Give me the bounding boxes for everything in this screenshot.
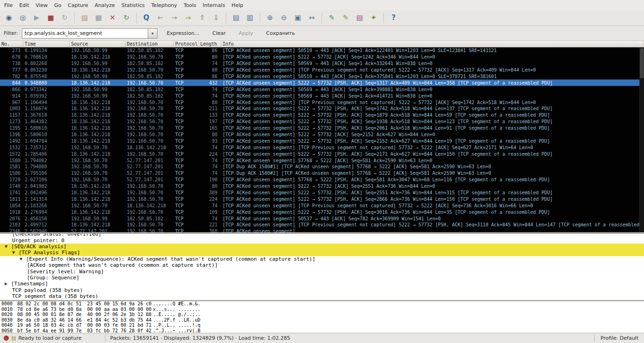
hex-row[interactable]: 0050bf 5e bf 4a ee 91 99 7e 03 fc bb 72 … (1, 328, 644, 333)
hex-row[interactable]: 001078 cd 8e a6 73 be d0 8a 00 00 aa aa … (1, 307, 644, 312)
detail-row[interactable]: ▼[SEQ/ACK analysis] (0, 244, 644, 250)
find-packet-button[interactable]: Q (140, 12, 152, 24)
filter-input[interactable] (22, 28, 148, 39)
reload-file-button[interactable]: ↻ (120, 12, 132, 24)
detail-row[interactable]: Urgent pointer: 0 (0, 237, 644, 243)
goto-last-button[interactable]: ⇓ (210, 12, 222, 24)
packet-row[interactable]: 9671.10649418.136.142.218192.168.50.70TC… (0, 99, 644, 106)
filter-clear-button[interactable]: Clear (207, 28, 231, 39)
packet-row[interactable]: 2730.199134192.168.50.99182.50.85.102TCP… (0, 47, 644, 54)
capture-comments-icon[interactable]: ▨ (11, 336, 16, 341)
packet-row[interactable]: 17402.04198218.136.142.218192.168.50.70T… (0, 183, 644, 190)
help-button[interactable]: ? (388, 12, 400, 24)
scrollbar-thumb[interactable] (640, 48, 644, 78)
menu-go[interactable]: Go (51, 1, 65, 10)
zoom-normal-button[interactable]: ▣ (292, 12, 304, 24)
packet-row[interactable]: 17202.027106192.168.50.7052.77.147.201TC… (0, 177, 644, 183)
close-file-button[interactable]: ✕ (106, 12, 118, 24)
list-interfaces-button[interactable]: ◉ (3, 12, 15, 24)
packet-row[interactable]: 6780.70861018.136.142.218192.168.50.70TC… (0, 54, 644, 60)
capture-filters-button[interactable]: ✎ (326, 12, 338, 24)
column-header-destination[interactable]: Destination (125, 41, 174, 47)
detail-row[interactable]: ▶[Timestamps] (0, 281, 644, 287)
packet-row[interactable]: 19182.27699418.136.142.218192.168.50.70T… (0, 209, 644, 215)
menu-capture[interactable]: Capture (65, 1, 92, 10)
packet-row[interactable]: 18542.183266192.168.50.7018.136.142.218T… (0, 202, 644, 209)
expander-right-icon[interactable]: ▶ (5, 282, 11, 286)
menu-telephony[interactable]: Telephony (148, 1, 181, 10)
detail-row[interactable]: [Checksum Status: Unverified] (0, 234, 644, 237)
packet-row[interactable]: 7770.86323018.136.142.218192.168.50.70TC… (0, 67, 644, 73)
packet-row[interactable]: 13951.58061018.136.142.218192.168.50.70T… (0, 125, 644, 132)
packet-row[interactable]: 11571.36761818.136.142.218192.168.50.70T… (0, 112, 644, 119)
restart-capture-button[interactable]: ↻ (59, 12, 71, 24)
packet-row[interactable]: 15721.78540618.136.142.218192.168.50.70T… (0, 151, 644, 157)
packet-row[interactable]: 17412.04249618.136.142.218192.168.50.70T… (0, 190, 644, 196)
packet-row[interactable]: 8440.94880018.136.142.218192.168.50.70TC… (0, 79, 644, 86)
go-forward-button[interactable]: → (168, 12, 180, 24)
colorize-packet-list-button[interactable]: ▤ (230, 12, 242, 24)
resize-columns-button[interactable]: ↔ (306, 12, 318, 24)
packet-row[interactable]: 21032.49971218.136.142.218192.168.50.70T… (0, 222, 644, 228)
filter-apply-button[interactable]: Apply (233, 28, 259, 39)
packet-row[interactable]: 15811.794080192.168.50.7052.77.147.201TC… (0, 164, 644, 170)
preferences-button[interactable]: ✦ (368, 12, 380, 24)
packet-row[interactable]: 15321.735712192.168.50.7018.136.142.218T… (0, 144, 644, 151)
packet-row[interactable]: 15861.795106192.168.50.7052.77.147.201TC… (0, 170, 644, 177)
hex-row[interactable]: 004019 a6 50 18 03 4c cb d7 00 00 03 fe … (1, 323, 644, 328)
column-header-no[interactable]: No. (0, 41, 23, 47)
capture-options-button[interactable]: ◎ (17, 12, 29, 24)
open-file-button[interactable]: ▤ (79, 12, 91, 24)
detail-row[interactable]: [Severity level: Warning] (0, 268, 644, 274)
menu-file[interactable]: File (1, 1, 16, 10)
filter-dropdown-button[interactable]: ▾ (148, 28, 158, 39)
menu-help[interactable]: Help (228, 1, 246, 10)
zoom-out-button[interactable]: ⊖ (278, 12, 290, 24)
expander-down-icon[interactable]: ▼ (12, 251, 19, 255)
detail-row[interactable]: [ACKed segment that wasn't captured (com… (0, 262, 644, 268)
menu-tools[interactable]: Tools (180, 1, 199, 10)
detail-row[interactable]: TCP segment data (358 bytes) (0, 293, 644, 299)
column-header-info[interactable]: Info (221, 41, 644, 47)
packet-list-scrollbar[interactable] (639, 47, 644, 232)
packet-row[interactable]: 7820.875548192.168.50.99182.50.85.102TCP… (0, 73, 644, 80)
menu-edit[interactable]: Edit (16, 1, 32, 10)
hex-row[interactable]: 00308e da c0 a8 32 46 14 66 e1 84 4c 52 … (1, 317, 644, 323)
filter-save-button[interactable]: Сохранить (261, 28, 301, 39)
packet-row[interactable]: 9141.039392192.168.50.99182.50.85.102TCP… (0, 92, 644, 99)
packet-row[interactable]: 13961.58061018.136.142.218192.168.50.70T… (0, 132, 644, 138)
zoom-in-button[interactable]: ⊕ (264, 12, 276, 24)
expander-down-icon[interactable]: ▼ (5, 244, 11, 249)
detail-row[interactable]: ▼[Expert Info (Warning/Sequence): ACKed … (0, 256, 644, 262)
hex-row[interactable]: 002008 00 45 00 01 8e 87 de 40 00 2f 06 … (1, 312, 644, 317)
expert-info-indicator-icon[interactable] (4, 336, 9, 341)
expander-down-icon[interactable]: ▼ (20, 257, 26, 261)
stop-capture-button[interactable]: ■ (45, 12, 57, 24)
start-capture-button[interactable]: ▶ (31, 12, 43, 24)
filter-expression-button[interactable]: Expression... (161, 28, 205, 39)
packet-row[interactable]: 18112.14131418.136.142.218192.168.50.70T… (0, 196, 644, 202)
save-file-as-button[interactable]: ▦ (92, 12, 105, 24)
goto-packet-button[interactable]: ⇒ (182, 12, 194, 24)
detail-row[interactable]: TCP payload (358 bytes) (0, 287, 644, 293)
auto-scroll-button[interactable]: ▥ (244, 12, 256, 24)
column-header-time[interactable]: Time (23, 41, 70, 47)
detail-row[interactable]: ▼[TCP Analysis Flags] (0, 250, 644, 256)
packet-row[interactable]: 20762.456156192.168.50.99182.50.85.102TC… (0, 215, 644, 222)
packet-row[interactable]: 10031.15667418.136.142.218192.168.50.70T… (0, 106, 644, 112)
go-back-button[interactable]: ← (154, 12, 166, 24)
menu-view[interactable]: View (33, 1, 51, 10)
display-filters-button[interactable]: ✎ (340, 12, 352, 24)
packet-row[interactable]: 7380.802268192.168.50.99182.50.85.102TCP… (0, 60, 644, 67)
menu-statistics[interactable]: Statistics (118, 1, 148, 10)
packet-row[interactable]: 23462.56294652.77.147.201192.168.50.70TC… (0, 228, 644, 232)
profile-indicator[interactable]: Profile: Default (595, 335, 644, 341)
hex-row[interactable]: 000088 02 2c 00 08 d4 0c 51 23 45 00 15 … (1, 301, 644, 307)
packet-row[interactable]: 14921.69478418.136.142.218192.168.50.70T… (0, 138, 644, 144)
coloring-rules-button[interactable]: ▧ (354, 12, 366, 24)
packet-row[interactable]: 15801.794082192.168.50.7052.77.147.201TC… (0, 157, 644, 164)
packet-row[interactable]: 12731.46438218.136.142.218192.168.50.70T… (0, 119, 644, 125)
column-header-source[interactable]: Source (70, 41, 125, 47)
menu-analyze[interactable]: Analyze (92, 1, 118, 10)
column-header-protocol[interactable]: Protocol (174, 41, 199, 47)
